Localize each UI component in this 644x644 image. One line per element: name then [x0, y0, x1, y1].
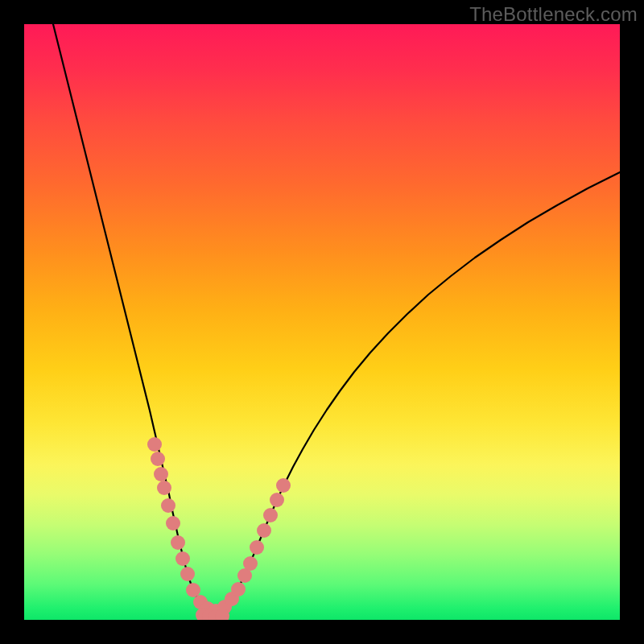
data-marker	[175, 551, 190, 566]
data-marker	[250, 540, 264, 555]
data-marker	[243, 556, 258, 571]
data-marker	[171, 535, 185, 550]
data-marker	[270, 493, 284, 507]
data-marker	[231, 582, 246, 597]
data-marker	[180, 567, 195, 581]
data-marker	[257, 523, 271, 538]
data-marker	[186, 583, 200, 597]
data-marker	[151, 452, 165, 466]
markers-left-branch	[147, 437, 215, 616]
data-marker	[276, 478, 291, 493]
plot-area	[24, 24, 620, 620]
data-marker	[154, 467, 168, 481]
attribution-label: TheBottleneck.com	[469, 3, 638, 26]
chart-svg	[24, 24, 620, 620]
markers-right-branch	[208, 478, 291, 618]
outer-frame: TheBottleneck.com	[0, 0, 644, 644]
data-marker	[161, 498, 175, 513]
data-marker	[166, 516, 180, 530]
bottleneck-curve	[53, 24, 620, 612]
data-marker	[157, 481, 171, 495]
curve-group	[53, 24, 620, 612]
data-marker	[263, 508, 278, 522]
data-marker	[147, 437, 162, 452]
